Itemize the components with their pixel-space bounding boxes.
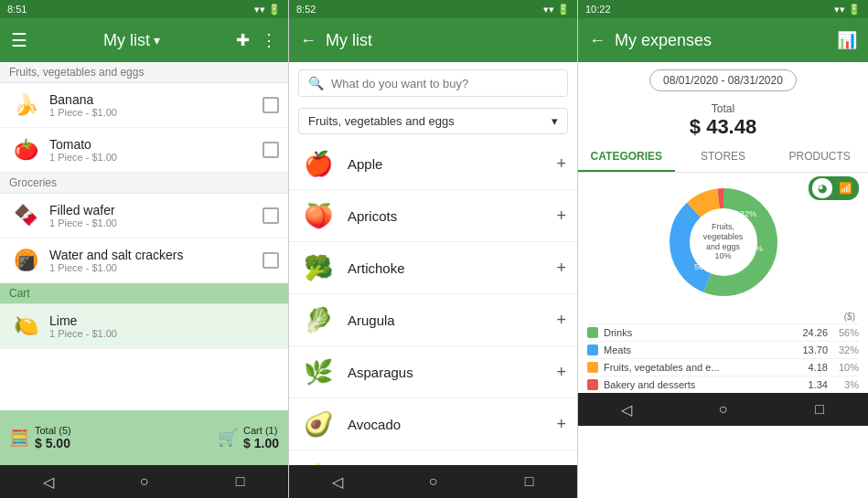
recents-btn-2[interactable]: □: [511, 465, 548, 498]
item-sub-crackers: 1 Piece - $1.00: [49, 262, 255, 273]
status-bar-3: 10:22 ▾▾ 🔋: [578, 0, 868, 18]
chart-area: ◕ 📶 56% 32% 10% 3% Fruits, vegetables an…: [578, 173, 868, 312]
legend-item-meats: Meats 13.70 32%: [587, 341, 859, 358]
status-icons-3: ▾▾ 🔋: [834, 4, 861, 16]
item-sub-tomato: 1 Piece - $1.00: [49, 152, 255, 163]
home-btn-3[interactable]: ○: [704, 393, 741, 426]
legend-color-fv: [587, 362, 598, 373]
label-drinks: 56%: [694, 262, 711, 271]
hamburger-icon[interactable]: ☰: [11, 29, 27, 51]
fruit-img-arugula: 🥬: [300, 302, 337, 338]
item-image-crackers: 🍘: [9, 244, 42, 277]
chart-icon[interactable]: 📊: [837, 30, 857, 50]
add-arugula-button[interactable]: +: [556, 311, 566, 330]
item-image-banana: 🍌: [9, 89, 42, 122]
cart-label: Cart (1): [243, 425, 279, 436]
list-item-cart: 🍋 Lime 1 Piece - $1.00: [0, 304, 288, 349]
cart-icon: 🛒: [218, 428, 238, 448]
search-input[interactable]: [331, 77, 558, 90]
bar-chart-toggle[interactable]: 📶: [835, 178, 855, 198]
donut-chart: 56% 32% 10% 3% Fruits, vegetables and eg…: [659, 178, 788, 306]
item-name-tomato: Tomato: [49, 137, 255, 152]
home-btn[interactable]: ○: [126, 465, 163, 498]
battery-icon-2: 🔋: [557, 4, 570, 16]
item-image-lime: 🍋: [9, 310, 42, 343]
total-box: 🧮 Total (5) $ 5.00: [9, 425, 71, 450]
legend-val-bakery: 1.34: [795, 379, 828, 390]
fruit-name-apple: Apple: [348, 156, 545, 172]
p1-actions: ✚ ⋮: [236, 30, 277, 50]
item-sub-lime: 1 Piece - $1.00: [49, 328, 279, 339]
donut-chart-toggle[interactable]: ◕: [812, 178, 832, 198]
back-btn-2[interactable]: ◁: [319, 465, 356, 498]
item-check-tomato[interactable]: [263, 142, 279, 158]
dropdown-arrow-icon: ▾: [552, 114, 558, 128]
legend-item-fv: Fruits, vegetables and e... 4.18 10%: [587, 358, 859, 376]
list-item: 🍌 Banana 1 Piece - $1.00: [0, 83, 288, 128]
legend-name-meats: Meats: [604, 344, 789, 355]
legend-pct-bakery: 3%: [833, 379, 859, 390]
tab-stores[interactable]: STORES: [675, 143, 772, 172]
fruit-name-asparagus: Asparagus: [348, 365, 545, 380]
battery-icon-3: 🔋: [848, 4, 861, 16]
item-image-tomato: 🍅: [9, 133, 42, 166]
fruit-img-artichoke: 🥦: [300, 249, 337, 286]
search-bar[interactable]: 🔍: [298, 69, 568, 97]
total-info: Total (5) $ 5.00: [35, 425, 71, 450]
fruit-name-arugula: Arugula: [348, 313, 545, 328]
legend-color-drinks: [587, 327, 598, 338]
dropdown-icon[interactable]: ▾: [154, 33, 160, 48]
category-selector[interactable]: Fruits, vegetables and eggs ▾: [298, 108, 568, 134]
fruit-name-avocado: Avocado: [348, 417, 545, 432]
item-sub-wafer: 1 Piece - $1.00: [49, 217, 255, 228]
date-range[interactable]: 08/01/2020 - 08/31/2020: [649, 69, 797, 91]
legend-color-bakery: [587, 379, 598, 390]
nav-bar-2: ◁ ○ □: [289, 465, 577, 498]
back-btn[interactable]: ◁: [30, 465, 67, 498]
signal-icon: ▾▾: [254, 4, 265, 16]
add-avocado-button[interactable]: +: [556, 415, 566, 434]
add-artichoke-button[interactable]: +: [556, 259, 566, 278]
more-icon[interactable]: ⋮: [261, 30, 277, 50]
tab-products[interactable]: PRODUCTS: [771, 143, 868, 172]
recents-btn-3[interactable]: □: [801, 393, 838, 426]
legend-val-drinks: 24.26: [795, 327, 828, 338]
panel-my-list: 8:51 ▾▾ 🔋 ☰ My list ▾ ✚ ⋮ Fruits, vegeta…: [0, 0, 289, 498]
p2-title: My list: [326, 31, 372, 50]
legend: ($) Drinks 24.26 56% Meats 13.70 32% Fru…: [578, 312, 868, 393]
tab-categories[interactable]: CATEGORIES: [578, 143, 675, 172]
add-asparagus-button[interactable]: +: [556, 363, 566, 382]
back-btn-3[interactable]: ◁: [608, 393, 645, 426]
item-image-wafer: 🍫: [9, 199, 42, 232]
status-bar-2: 8:52 ▾▾ 🔋: [289, 0, 577, 18]
item-check-crackers[interactable]: [263, 252, 279, 269]
signal-icon-3: ▾▾: [834, 4, 845, 16]
panel-add-items: 8:52 ▾▾ 🔋 ← My list 🔍 Fruits, vegetables…: [289, 0, 578, 498]
legend-item-drinks: Drinks 24.26 56%: [587, 323, 859, 341]
fruit-item-artichoke: 🥦 Artichoke +: [289, 242, 577, 294]
section-label-fruits: Fruits, vegetables and eggs: [0, 62, 288, 83]
item-name-banana: Banana: [49, 92, 255, 107]
list-item: 🍅 Tomato 1 Piece - $1.00: [0, 128, 288, 173]
item-check-banana[interactable]: [263, 97, 279, 113]
recents-btn[interactable]: □: [222, 465, 259, 498]
add-apple-button[interactable]: +: [556, 154, 566, 174]
back-icon[interactable]: ←: [300, 31, 316, 50]
legend-color-meats: [587, 344, 598, 355]
legend-val-fv: 4.18: [795, 362, 828, 373]
item-info-wafer: Filled wafer 1 Piece - $1.00: [49, 203, 255, 228]
add-list-icon[interactable]: ✚: [236, 30, 250, 50]
back-icon-3[interactable]: ←: [589, 31, 605, 50]
fruit-img-apple: 🍎: [300, 145, 337, 182]
home-btn-2[interactable]: ○: [415, 465, 452, 498]
add-apricots-button[interactable]: +: [556, 207, 566, 226]
item-name-lime: Lime: [49, 313, 279, 328]
total-label: Total: [578, 102, 868, 115]
legend-pct-drinks: 56%: [833, 327, 859, 338]
item-check-wafer[interactable]: [263, 207, 279, 224]
p3-title: My expenses: [615, 31, 828, 50]
list-item: 🍘 Water and salt crackers 1 Piece - $1.0…: [0, 238, 288, 283]
legend-name-bakery: Bakery and desserts: [604, 379, 789, 390]
cart-box: 🛒 Cart (1) $ 1.00: [218, 425, 279, 450]
p3-header: ← My expenses 📊: [578, 18, 868, 62]
